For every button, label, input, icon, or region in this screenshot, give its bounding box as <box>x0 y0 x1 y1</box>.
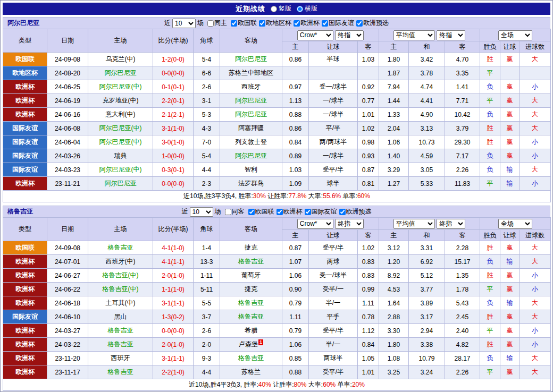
europe-stage-select[interactable]: 终指 <box>437 30 465 40</box>
handicap-line-cell: 受平/半 <box>309 365 358 379</box>
league-filter[interactable]: 国际友谊 <box>303 207 337 216</box>
league-checkbox[interactable] <box>322 20 328 27</box>
match-count-select[interactable]: 10 <box>190 207 213 217</box>
result-winloss-cell: 负 <box>480 108 500 122</box>
handicap-odds-group-header: Crow* 终指 <box>282 218 379 230</box>
avg-odds-away-cell: 11.83 <box>445 177 480 191</box>
league-checkbox[interactable] <box>231 20 237 27</box>
score-cell: 1-0(0-0) <box>153 149 194 163</box>
league-checkbox[interactable] <box>305 209 311 215</box>
sub-header-handicap-result: 让球 <box>500 230 520 241</box>
avg-odds-away-cell: 2.40 <box>445 324 480 338</box>
date-cell: 24-06-18 <box>47 296 88 310</box>
handicap-odds-home-cell: 0.79 <box>282 324 309 338</box>
period-select[interactable]: 全场 <box>498 30 532 40</box>
league-checkbox[interactable] <box>339 209 346 215</box>
corner-cell: 2-3 <box>194 177 220 191</box>
score-cell: 2-2(0-1) <box>153 94 194 108</box>
handicap-odds-home-cell: 0.79 <box>282 296 309 310</box>
handicap-line-cell: 半/一 <box>309 338 358 352</box>
bookmaker-select[interactable]: Crow* <box>297 30 333 40</box>
league-filter[interactable]: 国际友谊 <box>320 19 354 28</box>
view-option-horizontal[interactable]: 横版 <box>297 4 317 13</box>
col-header-away: 客场 <box>220 29 282 53</box>
avg-odds-draw-cell: 3.31 <box>409 241 445 255</box>
average-odds-select[interactable]: 平均值 <box>393 219 435 229</box>
result-winloss-cell: 负 <box>480 352 500 365</box>
league-filter[interactable]: 欧国联 <box>246 207 274 216</box>
view-radio[interactable] <box>271 6 277 12</box>
avg-odds-home-cell: 4.53 <box>379 283 409 296</box>
view-option-vertical[interactable]: 竖版 <box>271 4 291 13</box>
bookmaker-select[interactable]: Crow* <box>297 219 333 229</box>
summary-value: 60% <box>323 381 336 388</box>
same-venue-checkbox[interactable] <box>225 209 231 215</box>
handicap-stage-select[interactable]: 终指 <box>335 219 364 229</box>
handicap-stage-select[interactable]: 终指 <box>335 30 364 40</box>
red-card-badge: 1 <box>258 339 263 345</box>
view-radio[interactable] <box>297 6 303 12</box>
corner-cell: 3-1 <box>194 94 220 108</box>
corner-cell: 4-4 <box>194 365 220 379</box>
avg-odds-away-cell: 2.26 <box>445 365 480 379</box>
games-label: 场 <box>197 19 204 28</box>
col-header-corner: 角球 <box>194 218 220 241</box>
league-checkbox[interactable] <box>276 209 283 215</box>
league-filter[interactable]: 欧国联 <box>229 19 257 28</box>
same-venue-option[interactable]: 同客 <box>223 207 245 216</box>
same-venue-option[interactable]: 同主 <box>205 19 227 28</box>
league-checkbox[interactable] <box>294 20 300 27</box>
away-team-cell: 格鲁吉亚 <box>220 255 282 269</box>
result-goals-cell: 大 <box>520 365 551 379</box>
result-winloss-cell: 负 <box>480 163 500 177</box>
result-goals-cell: 小 <box>520 80 551 94</box>
league-checkbox[interactable] <box>248 209 255 215</box>
handicap-line-cell: 平/半 <box>309 122 358 135</box>
col-header-score: 比分(半场) <box>153 218 194 241</box>
avg-odds-draw-cell: 4.90 <box>409 108 445 122</box>
league-filter[interactable]: 欧地区杯 <box>257 19 291 28</box>
league-filter[interactable]: 欧洲预选 <box>337 207 372 216</box>
date-cell: 23-11-20 <box>47 352 88 365</box>
league-checkbox[interactable] <box>259 20 265 27</box>
league-checkbox[interactable] <box>356 20 363 27</box>
average-odds-select[interactable]: 平均值 <box>393 30 435 40</box>
avg-odds-away-cell: 2.26 <box>445 163 480 177</box>
result-handicap-cell: 输 <box>500 255 520 269</box>
type-cell: 国际友谊 <box>3 149 47 163</box>
europe-stage-select[interactable]: 终指 <box>437 219 465 229</box>
date-cell: 24-06-08 <box>47 122 88 135</box>
result-goals-cell: 小 <box>520 324 551 338</box>
match-count-select[interactable]: 10 <box>172 19 196 28</box>
home-team-cell: 乌克兰(中) <box>88 53 153 66</box>
avg-odds-draw-cell: 5.12 <box>409 269 445 283</box>
corner-cell: 6-6 <box>194 66 220 80</box>
score-cell: 4-1(1-0) <box>153 241 194 255</box>
result-goals-cell: 大 <box>520 122 551 135</box>
result-goals-cell: 小 <box>520 177 551 191</box>
score-cell: 2-0(1-0) <box>153 269 194 283</box>
league-filter[interactable]: 欧洲预选 <box>354 19 389 28</box>
handicap-line-cell: 受一/球半 <box>309 80 358 94</box>
result-winloss-cell: 胜 <box>480 122 500 135</box>
handicap-odds-home-cell: 1.03 <box>282 163 309 177</box>
summary-label: 大率: <box>307 192 323 200</box>
home-team-cell: 意大利(中) <box>88 108 153 122</box>
same-venue-checkbox[interactable] <box>207 20 214 27</box>
result-handicap-cell: 赢 <box>500 122 520 135</box>
handicap-odds-away-cell: 1.12 <box>358 324 379 338</box>
result-winloss-cell: 平 <box>480 283 500 296</box>
period-select[interactable]: 全场 <box>498 219 532 229</box>
result-goals-cell: 大 <box>520 255 551 269</box>
home-team-cell: 瑞典 <box>88 149 153 163</box>
avg-odds-home-cell: 3.30 <box>379 324 409 338</box>
handicap-line-cell: 一/球半 <box>309 108 358 122</box>
home-team-cell: 格鲁吉亚 <box>88 241 153 255</box>
handicap-odds-away-cell: 1.01 <box>358 365 379 379</box>
avg-odds-away-cell: 28.17 <box>445 352 480 365</box>
league-filter[interactable]: 欧洲杯 <box>274 207 303 216</box>
sub-header-home: 主 <box>282 41 309 53</box>
avg-odds-home-cell: 1.33 <box>379 108 409 122</box>
handicap-line-cell <box>309 66 358 80</box>
league-filter[interactable]: 欧洲杯 <box>291 19 320 28</box>
